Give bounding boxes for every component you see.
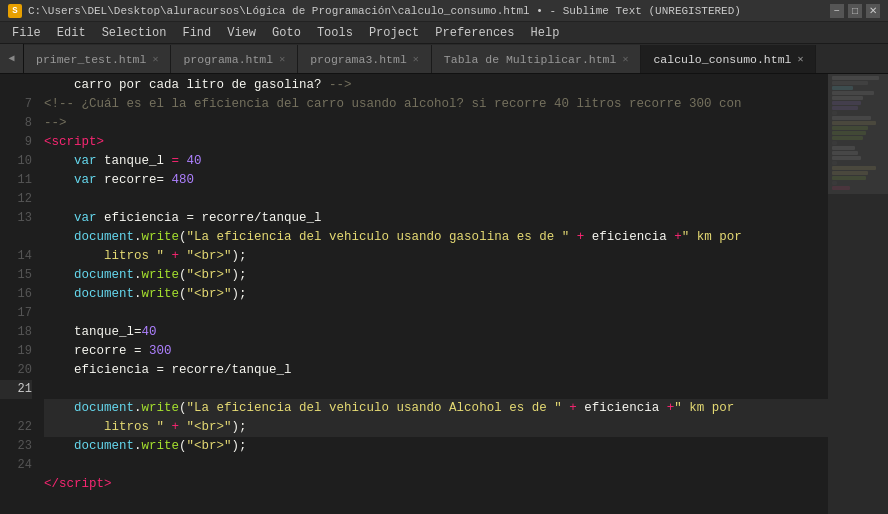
menu-goto[interactable]: Goto xyxy=(264,24,309,42)
code-line-11 xyxy=(44,190,828,209)
code-line-17: tanque_l=40 xyxy=(44,323,828,342)
line-num-14: 14 xyxy=(0,247,32,266)
tab-tabla[interactable]: Tabla de Multiplicar.html ✕ xyxy=(432,45,642,73)
line-num-24: 24 xyxy=(0,456,32,475)
menu-project[interactable]: Project xyxy=(361,24,427,42)
menu-find[interactable]: Find xyxy=(174,24,219,42)
line-num-cont xyxy=(0,76,32,95)
line-numbers: 7 8 9 10 11 12 13 14 15 16 17 18 19 20 2… xyxy=(0,74,38,514)
code-line-8: <script> xyxy=(44,133,828,152)
menu-help[interactable]: Help xyxy=(523,24,568,42)
code-line-21c: litros " + "<br>"); xyxy=(44,418,828,437)
menu-view[interactable]: View xyxy=(219,24,264,42)
code-area[interactable]: carro por cada litro de gasolina? --> <!… xyxy=(38,74,828,514)
line-num-13b xyxy=(0,228,32,247)
tab-primer-test[interactable]: primer_test.html ✕ xyxy=(24,45,171,73)
code-line-16 xyxy=(44,304,828,323)
menu-bar: File Edit Selection Find View Goto Tools… xyxy=(0,22,888,44)
code-line-22: document.write("<br>"); xyxy=(44,437,828,456)
code-line-9: var tanque_l = 40 xyxy=(44,152,828,171)
code-line-10: var recorre= 480 xyxy=(44,171,828,190)
code-line-13c: litros " + "<br>"); xyxy=(44,247,828,266)
line-num-21: 21 xyxy=(0,380,32,399)
tab-scroll-left[interactable]: ◀ xyxy=(0,44,24,73)
line-num-7: 7 xyxy=(0,95,32,114)
tab-close-primer-test[interactable]: ✕ xyxy=(152,53,158,65)
line-num-8: 8 xyxy=(0,114,32,133)
line-num-20: 20 xyxy=(0,361,32,380)
tab-programa3[interactable]: programa3.html ✕ xyxy=(298,45,432,73)
tab-bar: ◀ primer_test.html ✕ programa.html ✕ pro… xyxy=(0,44,888,74)
menu-edit[interactable]: Edit xyxy=(49,24,94,42)
tab-close-calculo[interactable]: ✕ xyxy=(797,53,803,65)
line-num-9: 9 xyxy=(0,133,32,152)
code-line-14: document.write("<br>"); xyxy=(44,266,828,285)
menu-selection[interactable]: Selection xyxy=(94,24,175,42)
menu-file[interactable]: File xyxy=(4,24,49,42)
title-bar: S C:\Users\DEL\Desktop\aluracursos\Lógic… xyxy=(0,0,888,22)
code-line-23 xyxy=(44,456,828,475)
app-icon: S xyxy=(8,4,22,18)
line-num-15: 15 xyxy=(0,266,32,285)
tab-calculo-consumo[interactable]: calculo_consumo.html ✕ xyxy=(641,45,816,73)
tab-close-programa3[interactable]: ✕ xyxy=(413,53,419,65)
line-num-17: 17 xyxy=(0,304,32,323)
tab-programa[interactable]: programa.html ✕ xyxy=(171,45,298,73)
line-num-12: 12 xyxy=(0,190,32,209)
code-line-24: </script> xyxy=(44,475,828,494)
editor-container: 7 8 9 10 11 12 13 14 15 16 17 18 19 20 2… xyxy=(0,74,888,514)
line-num-19: 19 xyxy=(0,342,32,361)
menu-tools[interactable]: Tools xyxy=(309,24,361,42)
line-num-11: 11 xyxy=(0,171,32,190)
code-line-13: document.write("La eficiencia del vehicu… xyxy=(44,228,828,247)
code-line-7: <!-- ¿Cuál es el la eficiencia del carro… xyxy=(44,95,828,114)
code-line-18: recorre = 300 xyxy=(44,342,828,361)
code-line-12: var eficiencia = recorre/tanque_l xyxy=(44,209,828,228)
code-line-20 xyxy=(44,380,828,399)
code-line-cont: carro por cada litro de gasolina? --> xyxy=(44,76,828,95)
line-num-21b xyxy=(0,399,32,418)
line-num-22: 22 xyxy=(0,418,32,437)
line-num-18: 18 xyxy=(0,323,32,342)
line-num-16: 16 xyxy=(0,285,32,304)
minimap-viewport[interactable] xyxy=(828,74,888,194)
line-num-10: 10 xyxy=(0,152,32,171)
code-line-15: document.write("<br>"); xyxy=(44,285,828,304)
code-line-7b: --> xyxy=(44,114,828,133)
line-num-23: 23 xyxy=(0,437,32,456)
maximize-button[interactable]: □ xyxy=(848,4,862,18)
minimap xyxy=(828,74,888,514)
tab-close-tabla[interactable]: ✕ xyxy=(622,53,628,65)
close-button[interactable]: ✕ xyxy=(866,4,880,18)
code-line-19: eficiencia = recorre/tanque_l xyxy=(44,361,828,380)
minimize-button[interactable]: − xyxy=(830,4,844,18)
menu-preferences[interactable]: Preferences xyxy=(427,24,522,42)
line-num-13: 13 xyxy=(0,209,32,228)
tab-close-programa[interactable]: ✕ xyxy=(279,53,285,65)
title-text: C:\Users\DEL\Desktop\aluracursos\Lógica … xyxy=(28,5,826,17)
code-line-21: document.write("La eficiencia del vehicu… xyxy=(44,399,828,418)
